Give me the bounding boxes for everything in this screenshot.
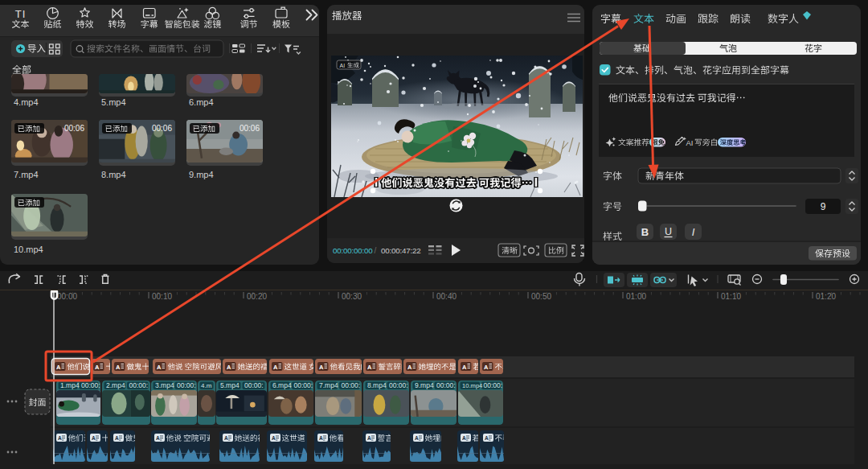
svg-text:00:20: 00:20	[247, 292, 267, 301]
svg-text:9.mp4: 9.mp4	[415, 381, 434, 389]
svg-text:A: A	[319, 435, 323, 441]
svg-text:00:00: 00:00	[57, 292, 77, 301]
svg-text:01:20: 01:20	[816, 292, 836, 301]
svg-text:7.mp4: 7.mp4	[14, 170, 39, 179]
svg-text:A: A	[92, 435, 96, 441]
svg-text:1.mp4: 1.mp4	[60, 381, 80, 389]
svg-text:A: A	[157, 364, 162, 371]
svg-text:7.mp4: 7.mp4	[319, 381, 338, 389]
svg-text:3.mp4: 3.mp4	[155, 381, 174, 389]
svg-text:A: A	[227, 364, 231, 371]
svg-text:A: A	[273, 364, 278, 371]
svg-text:A: A	[115, 435, 119, 441]
svg-text:2.mp4: 2.mp4	[106, 381, 125, 389]
svg-text:00:00:47:22: 00:00:47:22	[381, 246, 421, 255]
svg-text:10.mp4: 10.mp4	[462, 382, 482, 389]
svg-text:00:00:00:00: 00:00:00:00	[333, 246, 373, 255]
svg-text:01:00: 01:00	[626, 292, 646, 301]
svg-text:U: U	[665, 226, 672, 237]
svg-text:B: B	[641, 226, 649, 238]
svg-text:A: A	[462, 435, 466, 441]
svg-text:AI: AI	[340, 63, 346, 68]
svg-text:A: A	[56, 364, 61, 371]
svg-text:8.mp4: 8.mp4	[101, 170, 126, 179]
svg-text:TI: TI	[15, 8, 27, 20]
svg-text:00:00:: 00:00:	[342, 381, 361, 389]
svg-text:10.mp4: 10.mp4	[14, 245, 43, 254]
svg-text:A: A	[156, 435, 160, 441]
svg-text:9.mp4: 9.mp4	[189, 170, 214, 179]
svg-text:A: A	[58, 435, 62, 441]
svg-text:8.mp4: 8.mp4	[367, 381, 387, 389]
svg-text:00:06: 00:06	[240, 124, 260, 133]
svg-text:A: A	[462, 364, 467, 371]
svg-text:6.mp4: 6.mp4	[189, 97, 214, 107]
svg-text:AI: AI	[686, 138, 694, 147]
svg-text:A: A	[116, 364, 121, 371]
svg-text:A: A	[484, 364, 489, 371]
svg-text:/: /	[375, 246, 377, 255]
svg-text:A: A	[367, 364, 372, 371]
svg-text:A: A	[272, 435, 276, 441]
svg-text:00:00:: 00:00:	[129, 381, 149, 389]
svg-text:5.mp4: 5.mp4	[220, 381, 240, 389]
svg-text:5.mp4: 5.mp4	[101, 97, 126, 107]
svg-text:00:50: 00:50	[531, 292, 551, 301]
svg-text:00:06: 00:06	[64, 124, 84, 133]
svg-text:A: A	[485, 435, 489, 441]
svg-text:00:00:: 00:00:	[484, 381, 503, 389]
svg-text:A: A	[95, 364, 100, 371]
svg-text:A: A	[319, 364, 324, 371]
svg-text:00:00:: 00:00:	[244, 381, 264, 389]
svg-text:A: A	[367, 435, 371, 441]
svg-text:4.mp4: 4.mp4	[14, 97, 39, 107]
svg-text:A: A	[407, 364, 412, 371]
svg-text:00:06: 00:06	[152, 124, 172, 133]
svg-text:00:40: 00:40	[436, 292, 457, 301]
svg-text:4.m: 4.m	[201, 382, 212, 389]
svg-text:9: 9	[821, 201, 826, 212]
svg-text:00:00:: 00:00:	[436, 381, 456, 389]
svg-text:00:00:: 00:00:	[389, 381, 408, 389]
svg-text:6.mp4: 6.mp4	[272, 381, 292, 389]
svg-text:00:00:: 00:00:	[294, 381, 313, 389]
svg-text:00:30: 00:30	[342, 292, 362, 301]
svg-text:00:10: 00:10	[152, 292, 172, 301]
svg-text:A: A	[415, 435, 419, 441]
svg-text:00:00:: 00:00:	[177, 381, 196, 389]
svg-text:01:10: 01:10	[721, 292, 741, 301]
svg-text:I: I	[692, 226, 695, 238]
svg-text:00:00:: 00:00:	[81, 381, 100, 389]
svg-text:A: A	[224, 435, 228, 441]
